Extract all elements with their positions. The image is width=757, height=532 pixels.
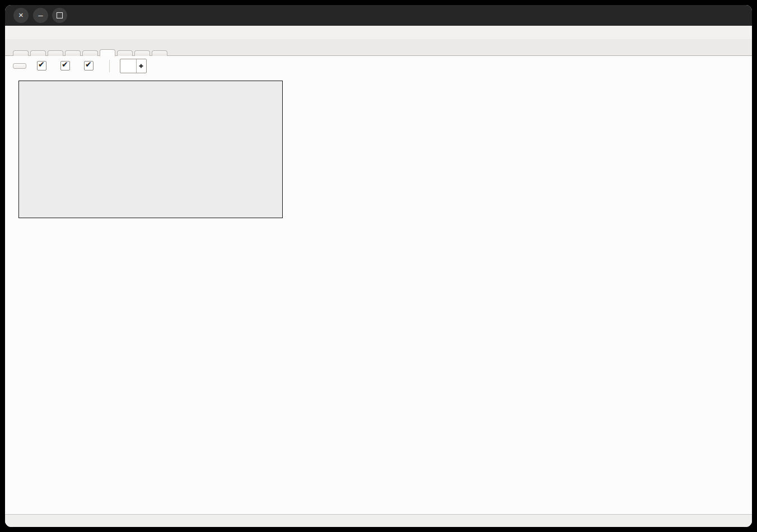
tab-allocations[interactable]: [117, 50, 133, 56]
tab-summary[interactable]: [13, 50, 29, 56]
window-frame: × – ✔ ✔: [0, 0, 757, 532]
titlebar[interactable]: × –: [5, 5, 752, 26]
checkbox-box: ✔: [84, 61, 94, 70]
tab-bar: [5, 39, 752, 56]
spinbox-value[interactable]: [120, 59, 136, 73]
tab-temporary-allocations[interactable]: [134, 50, 150, 56]
show-total-cost-checkbox[interactable]: ✔: [60, 61, 73, 70]
tab-bottom-up[interactable]: [30, 50, 46, 56]
spin-down-icon[interactable]: [137, 66, 146, 73]
chart-legend: [18, 81, 283, 218]
tab-top-down[interactable]: [65, 50, 81, 56]
show-detailed-cost-checkbox[interactable]: ✔: [84, 61, 97, 70]
window-title: [5, 5, 752, 26]
menu-filter[interactable]: [22, 31, 32, 34]
stacked-diagrams-spinbox[interactable]: [120, 59, 147, 73]
toolbar: ✔ ✔ ✔: [5, 56, 752, 76]
check-icon: ✔: [38, 60, 45, 69]
toolbar-separator: [109, 60, 110, 72]
tab-consumed[interactable]: [100, 49, 115, 57]
show-legend-checkbox[interactable]: ✔: [37, 61, 50, 70]
check-icon: ✔: [85, 60, 92, 69]
menu-file[interactable]: [12, 31, 22, 34]
menubar: [5, 26, 752, 39]
heaptrack-window: × – ✔ ✔: [5, 5, 752, 527]
checkbox-box: ✔: [60, 61, 70, 70]
tab-sizes[interactable]: [152, 50, 167, 56]
menu-settings[interactable]: [32, 31, 43, 34]
checkbox-box: ✔: [37, 61, 46, 70]
export-as-button[interactable]: [13, 63, 26, 69]
check-icon: ✔: [62, 60, 68, 69]
spinbox-buttons: [136, 59, 146, 73]
y-axis-title: [742, 196, 752, 286]
status-bar: [5, 514, 752, 527]
tab-flame-graph[interactable]: [82, 50, 98, 56]
tab-caller-callee[interactable]: [48, 50, 63, 56]
chart-region: [5, 76, 752, 514]
